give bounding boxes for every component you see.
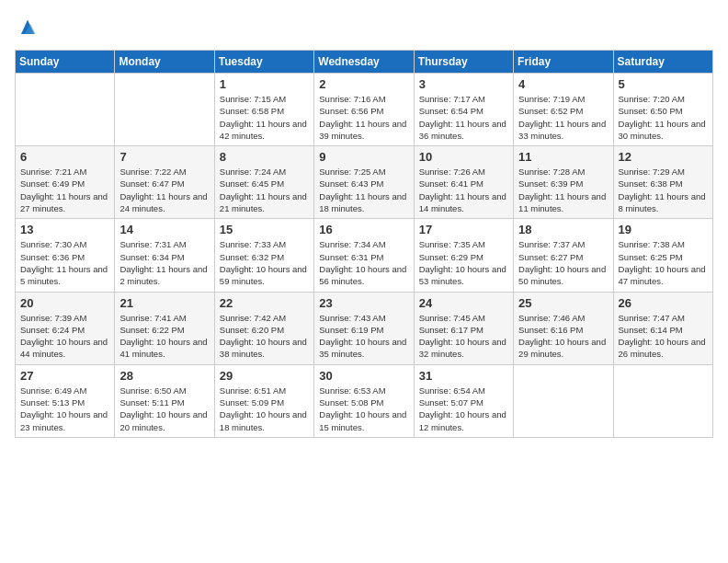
calendar-header-row: SundayMondayTuesdayWednesdayThursdayFrid… bbox=[16, 51, 713, 74]
day-number: 20 bbox=[20, 296, 109, 310]
cell-info: Sunrise: 6:53 AM Sunset: 5:08 PM Dayligh… bbox=[319, 385, 408, 433]
calendar-cell bbox=[613, 364, 712, 437]
calendar-cell: 17Sunrise: 7:35 AM Sunset: 6:29 PM Dayli… bbox=[414, 219, 513, 292]
day-number: 31 bbox=[419, 369, 508, 383]
cell-info: Sunrise: 7:31 AM Sunset: 6:34 PM Dayligh… bbox=[119, 238, 209, 287]
calendar-cell: 22Sunrise: 7:42 AM Sunset: 6:20 PM Dayli… bbox=[214, 292, 313, 364]
day-number: 4 bbox=[518, 77, 608, 91]
calendar-cell bbox=[514, 364, 613, 437]
cell-info: Sunrise: 7:24 AM Sunset: 6:45 PM Dayligh… bbox=[220, 166, 309, 214]
calendar-cell: 26Sunrise: 7:47 AM Sunset: 6:14 PM Dayli… bbox=[613, 292, 712, 364]
calendar-cell: 9Sunrise: 7:25 AM Sunset: 6:43 PM Daylig… bbox=[314, 146, 414, 219]
day-number: 25 bbox=[518, 296, 608, 310]
calendar-cell: 7Sunrise: 7:22 AM Sunset: 6:47 PM Daylig… bbox=[115, 146, 214, 219]
day-number: 21 bbox=[119, 296, 209, 310]
day-number: 5 bbox=[619, 77, 708, 91]
cell-info: Sunrise: 7:15 AM Sunset: 6:58 PM Dayligh… bbox=[220, 93, 309, 142]
day-number: 12 bbox=[619, 150, 708, 164]
day-number: 8 bbox=[220, 150, 309, 164]
day-number: 3 bbox=[419, 77, 508, 91]
cell-info: Sunrise: 7:26 AM Sunset: 6:41 PM Dayligh… bbox=[419, 166, 508, 214]
calendar-cell: 23Sunrise: 7:43 AM Sunset: 6:19 PM Dayli… bbox=[314, 292, 414, 364]
calendar-cell: 3Sunrise: 7:17 AM Sunset: 6:54 PM Daylig… bbox=[414, 74, 513, 146]
day-header-tuesday: Tuesday bbox=[214, 51, 313, 74]
calendar-cell bbox=[16, 74, 115, 146]
cell-info: Sunrise: 7:35 AM Sunset: 6:29 PM Dayligh… bbox=[419, 238, 508, 287]
day-number: 10 bbox=[419, 150, 508, 164]
calendar-week-5: 27Sunrise: 6:49 AM Sunset: 5:13 PM Dayli… bbox=[16, 364, 713, 437]
calendar-cell: 30Sunrise: 6:53 AM Sunset: 5:08 PM Dayli… bbox=[314, 364, 414, 437]
calendar-cell: 10Sunrise: 7:26 AM Sunset: 6:41 PM Dayli… bbox=[414, 146, 513, 219]
cell-info: Sunrise: 7:21 AM Sunset: 6:49 PM Dayligh… bbox=[20, 166, 109, 214]
cell-info: Sunrise: 6:54 AM Sunset: 5:07 PM Dayligh… bbox=[419, 385, 508, 433]
day-number: 1 bbox=[220, 77, 309, 91]
day-number: 16 bbox=[319, 223, 408, 236]
calendar-cell: 16Sunrise: 7:34 AM Sunset: 6:31 PM Dayli… bbox=[314, 219, 414, 292]
day-number: 11 bbox=[518, 150, 608, 164]
cell-info: Sunrise: 7:33 AM Sunset: 6:32 PM Dayligh… bbox=[220, 238, 309, 287]
cell-info: Sunrise: 6:51 AM Sunset: 5:09 PM Dayligh… bbox=[220, 385, 309, 433]
day-header-sunday: Sunday bbox=[16, 51, 115, 74]
calendar-cell: 19Sunrise: 7:38 AM Sunset: 6:25 PM Dayli… bbox=[613, 219, 712, 292]
calendar-cell: 5Sunrise: 7:20 AM Sunset: 6:50 PM Daylig… bbox=[613, 74, 712, 146]
day-number: 14 bbox=[119, 223, 209, 236]
day-number: 6 bbox=[20, 150, 109, 164]
day-number: 9 bbox=[319, 150, 408, 164]
calendar-cell: 14Sunrise: 7:31 AM Sunset: 6:34 PM Dayli… bbox=[115, 219, 214, 292]
cell-info: Sunrise: 7:25 AM Sunset: 6:43 PM Dayligh… bbox=[319, 166, 408, 214]
calendar-cell bbox=[115, 74, 214, 146]
cell-info: Sunrise: 7:19 AM Sunset: 6:52 PM Dayligh… bbox=[518, 93, 608, 142]
calendar-cell: 25Sunrise: 7:46 AM Sunset: 6:16 PM Dayli… bbox=[514, 292, 613, 364]
cell-info: Sunrise: 7:47 AM Sunset: 6:14 PM Dayligh… bbox=[619, 312, 708, 361]
calendar-cell: 4Sunrise: 7:19 AM Sunset: 6:52 PM Daylig… bbox=[514, 74, 613, 146]
cell-info: Sunrise: 7:37 AM Sunset: 6:27 PM Dayligh… bbox=[518, 238, 608, 287]
cell-info: Sunrise: 7:46 AM Sunset: 6:16 PM Dayligh… bbox=[518, 312, 608, 361]
day-number: 7 bbox=[119, 150, 209, 164]
calendar-cell: 29Sunrise: 6:51 AM Sunset: 5:09 PM Dayli… bbox=[214, 364, 313, 437]
calendar-cell: 13Sunrise: 7:30 AM Sunset: 6:36 PM Dayli… bbox=[16, 219, 115, 292]
day-number: 22 bbox=[220, 296, 309, 310]
calendar-cell: 11Sunrise: 7:28 AM Sunset: 6:39 PM Dayli… bbox=[514, 146, 613, 219]
cell-info: Sunrise: 7:30 AM Sunset: 6:36 PM Dayligh… bbox=[20, 238, 109, 287]
calendar-cell: 8Sunrise: 7:24 AM Sunset: 6:45 PM Daylig… bbox=[214, 146, 313, 219]
cell-info: Sunrise: 7:38 AM Sunset: 6:25 PM Dayligh… bbox=[619, 238, 708, 287]
day-header-monday: Monday bbox=[115, 51, 214, 74]
day-number: 17 bbox=[419, 223, 508, 236]
calendar-table: SundayMondayTuesdayWednesdayThursdayFrid… bbox=[15, 50, 713, 438]
cell-info: Sunrise: 7:39 AM Sunset: 6:24 PM Dayligh… bbox=[20, 312, 109, 361]
day-number: 24 bbox=[419, 296, 508, 310]
cell-info: Sunrise: 7:17 AM Sunset: 6:54 PM Dayligh… bbox=[419, 93, 508, 142]
calendar-cell: 28Sunrise: 6:50 AM Sunset: 5:11 PM Dayli… bbox=[115, 364, 214, 437]
cell-info: Sunrise: 6:49 AM Sunset: 5:13 PM Dayligh… bbox=[20, 385, 109, 433]
day-number: 29 bbox=[220, 369, 309, 383]
calendar-cell: 1Sunrise: 7:15 AM Sunset: 6:58 PM Daylig… bbox=[214, 74, 313, 146]
day-number: 15 bbox=[220, 223, 309, 236]
calendar-week-1: 1Sunrise: 7:15 AM Sunset: 6:58 PM Daylig… bbox=[16, 74, 713, 146]
calendar-week-4: 20Sunrise: 7:39 AM Sunset: 6:24 PM Dayli… bbox=[16, 292, 713, 364]
calendar-cell: 12Sunrise: 7:29 AM Sunset: 6:38 PM Dayli… bbox=[613, 146, 712, 219]
cell-info: Sunrise: 7:41 AM Sunset: 6:22 PM Dayligh… bbox=[119, 312, 209, 361]
cell-info: Sunrise: 7:42 AM Sunset: 6:20 PM Dayligh… bbox=[220, 312, 309, 361]
cell-info: Sunrise: 7:20 AM Sunset: 6:50 PM Dayligh… bbox=[619, 93, 708, 142]
day-number: 26 bbox=[619, 296, 708, 310]
cell-info: Sunrise: 7:29 AM Sunset: 6:38 PM Dayligh… bbox=[619, 166, 708, 214]
day-number: 28 bbox=[119, 369, 209, 383]
cell-info: Sunrise: 7:34 AM Sunset: 6:31 PM Dayligh… bbox=[319, 238, 408, 287]
day-header-wednesday: Wednesday bbox=[314, 51, 414, 74]
calendar-cell: 15Sunrise: 7:33 AM Sunset: 6:32 PM Dayli… bbox=[214, 219, 313, 292]
calendar-cell: 18Sunrise: 7:37 AM Sunset: 6:27 PM Dayli… bbox=[514, 219, 613, 292]
cell-info: Sunrise: 7:16 AM Sunset: 6:56 PM Dayligh… bbox=[319, 93, 408, 142]
calendar-cell: 20Sunrise: 7:39 AM Sunset: 6:24 PM Dayli… bbox=[16, 292, 115, 364]
cell-info: Sunrise: 7:22 AM Sunset: 6:47 PM Dayligh… bbox=[119, 166, 209, 214]
calendar-week-2: 6Sunrise: 7:21 AM Sunset: 6:49 PM Daylig… bbox=[16, 146, 713, 219]
logo bbox=[15, 15, 44, 40]
cell-info: Sunrise: 7:28 AM Sunset: 6:39 PM Dayligh… bbox=[518, 166, 608, 214]
calendar-cell: 31Sunrise: 6:54 AM Sunset: 5:07 PM Dayli… bbox=[414, 364, 513, 437]
day-header-friday: Friday bbox=[514, 51, 613, 74]
day-number: 2 bbox=[319, 77, 408, 91]
day-header-saturday: Saturday bbox=[613, 51, 712, 74]
calendar-cell: 24Sunrise: 7:45 AM Sunset: 6:17 PM Dayli… bbox=[414, 292, 513, 364]
logo-icon bbox=[15, 15, 40, 40]
day-number: 27 bbox=[20, 369, 109, 383]
day-number: 23 bbox=[319, 296, 408, 310]
